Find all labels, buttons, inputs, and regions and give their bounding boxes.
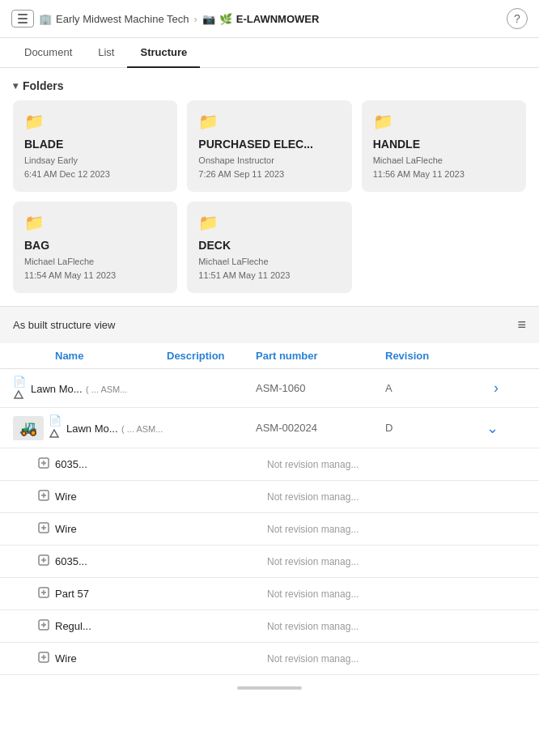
doc-icon: 📄 (49, 414, 62, 427)
thumbnail: 🚜 (13, 416, 44, 440)
row-icons: 📄 (49, 414, 62, 441)
row-name-primary: Part 57 (55, 588, 89, 600)
project-name: E-LAWNMOWER (236, 13, 320, 25)
row-icons (37, 586, 50, 601)
name-cell: 🚜 📄 Lawn Mo... ( ... ASM... (13, 414, 167, 441)
scroll-indicator (0, 675, 539, 696)
tab-list[interactable]: List (85, 38, 127, 68)
row-name-primary: Wire (55, 491, 77, 503)
as-built-header: As built structure view ≡ (0, 306, 539, 343)
table-row[interactable]: 6035... Not revision manag... (0, 546, 539, 578)
folder-author: Michael LaFleche (373, 155, 443, 165)
folder-author: Lindsay Early (24, 155, 78, 165)
col-header-part-number: Part number (256, 350, 385, 362)
table-row[interactable]: 6035... Not revision manag... (0, 448, 539, 481)
col-header-revision: Revision (385, 350, 499, 362)
folder-author: Michael LaFleche (198, 257, 268, 266)
name-cell: Wire (24, 651, 178, 666)
name-text: Lawn Mo... ( ... ASM... (66, 421, 163, 435)
folder-timestamp: 7:26 AM Sep 11 2023 (198, 169, 284, 179)
folder-meta: Lindsay Early 6:41 AM Dec 12 2023 (24, 154, 166, 181)
as-built-menu-icon[interactable]: ≡ (517, 316, 526, 333)
sidebar-toggle-icon (18, 14, 28, 23)
part-number-cell: ASM-1060 (256, 382, 385, 394)
org-name: Early Midwest Machine Tech (56, 13, 189, 25)
part-icon (37, 554, 50, 569)
row-icons: 📄 (13, 376, 26, 401)
help-button[interactable]: ? (507, 8, 528, 29)
name-cell: 6035... (24, 457, 178, 472)
table-row[interactable]: 📄 Lawn Mo... ( ... ASM... ASM-1060 A › (0, 369, 539, 408)
part-icon (37, 618, 50, 634)
col-header-action (499, 350, 523, 362)
row-icons (37, 521, 50, 537)
table-row[interactable]: Regul... Not revision manag... (0, 610, 539, 643)
revision-status: Not revision manag... (267, 556, 526, 567)
folder-meta: Michael LaFleche 11:54 AM May 11 2023 (24, 255, 166, 282)
row-icons (37, 489, 50, 504)
col-header-name: Name (13, 350, 167, 362)
name-cell: Part 57 (24, 586, 178, 601)
row-name-primary: 6035... (55, 458, 87, 470)
row-icons (37, 457, 50, 472)
table-header: Name Description Part number Revision (0, 343, 539, 369)
revision-status: Not revision manag... (267, 459, 526, 470)
org-icon: 🏢 (39, 13, 52, 25)
name-cell: Regul... (24, 618, 178, 634)
folder-card-blade[interactable]: 📁 BLADE Lindsay Early 6:41 AM Dec 12 202… (13, 100, 177, 192)
row-name-secondary: ( ... ASM... (121, 424, 163, 434)
row-name-secondary: ( ... ASM... (86, 384, 127, 394)
sidebar-toggle-button[interactable] (11, 10, 34, 28)
revision-status: Not revision manag... (267, 621, 526, 632)
folder-meta: Michael LaFleche 11:51 AM May 11 2023 (198, 255, 340, 282)
table-row[interactable]: Wire Not revision manag... (0, 643, 539, 675)
as-built-title: As built structure view (13, 319, 115, 331)
folder-timestamp: 11:51 AM May 11 2023 (198, 270, 290, 280)
folder-icon: 📁 (373, 112, 515, 131)
revision-status: Not revision manag... (267, 653, 526, 665)
tab-structure[interactable]: Structure (127, 38, 200, 68)
help-icon: ? (514, 12, 520, 25)
tab-bar: Document List Structure (0, 38, 539, 68)
row-icons (37, 554, 50, 569)
part-icon (37, 586, 50, 601)
breadcrumb-org[interactable]: 🏢 Early Midwest Machine Tech (39, 13, 189, 25)
folder-timestamp: 6:41 AM Dec 12 2023 (24, 169, 110, 179)
folder-name: PURCHASED ELEC... (198, 138, 340, 151)
svg-marker-0 (15, 391, 23, 398)
row-name-primary: Lawn Mo... (31, 383, 83, 395)
folder-card-handle[interactable]: 📁 HANDLE Michael LaFleche 11:56 AM May 1… (362, 100, 526, 192)
folder-meta: Michael LaFleche 11:56 AM May 11 2023 (373, 154, 515, 181)
folder-name: HANDLE (373, 138, 515, 151)
table-row[interactable]: 🚜 📄 Lawn Mo... ( ... ASM... ASM-002024 D… (0, 408, 539, 448)
scrollbar-hint (237, 686, 302, 690)
name-cell: 📄 Lawn Mo... ( ... ASM... (13, 376, 167, 401)
row-name-primary: Regul... (55, 620, 91, 632)
folder-card-deck[interactable]: 📁 DECK Michael LaFleche 11:51 AM May 11 … (187, 202, 351, 293)
structure-table: Name Description Part number Revision 📄 … (0, 343, 539, 675)
part-icon (37, 521, 50, 537)
row-icons (37, 651, 50, 666)
breadcrumb-project[interactable]: 📷 🌿 E-LAWNMOWER (202, 13, 320, 25)
folder-icon: 📁 (198, 213, 340, 232)
row-expand-chevron[interactable]: › (494, 380, 499, 397)
breadcrumb: 🏢 Early Midwest Machine Tech › 📷 🌿 E-LAW… (39, 13, 502, 25)
project-camera-icon: 📷 (202, 13, 215, 25)
row-name-primary: Wire (55, 652, 77, 665)
part-number-cell: ASM-002024 (256, 422, 385, 434)
row-name-primary: Lawn Mo... (66, 423, 118, 435)
table-row[interactable]: Part 57 Not revision manag... (0, 578, 539, 610)
revision-status: Not revision manag... (267, 588, 526, 600)
name-cell: 6035... (24, 554, 178, 569)
table-row[interactable]: Wire Not revision manag... (0, 513, 539, 546)
row-collapse-chevron[interactable]: ⌄ (486, 419, 499, 437)
revision-status: Not revision manag... (267, 491, 526, 503)
table-row[interactable]: Wire Not revision manag... (0, 481, 539, 513)
folder-author: Michael LaFleche (24, 257, 94, 266)
folder-card-bag[interactable]: 📁 BAG Michael LaFleche 11:54 AM May 11 2… (13, 202, 177, 293)
folders-chevron-icon[interactable]: ▾ (13, 80, 18, 91)
tab-document[interactable]: Document (11, 38, 85, 68)
folder-card-purchased-elec[interactable]: 📁 PURCHASED ELEC... Onshape Instructor 7… (187, 100, 351, 192)
name-cell: Wire (24, 521, 178, 537)
folder-timestamp: 11:56 AM May 11 2023 (373, 169, 465, 179)
